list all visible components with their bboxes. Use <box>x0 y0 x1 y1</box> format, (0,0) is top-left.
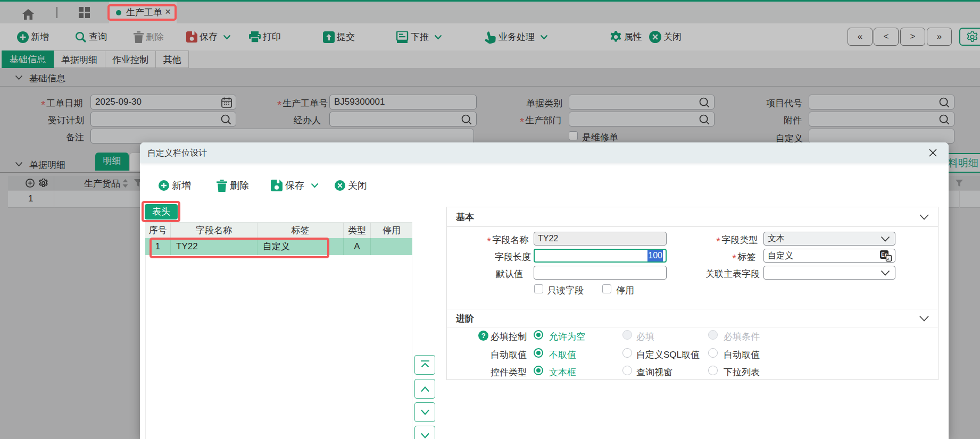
svg-text:z: z <box>887 256 889 261</box>
svg-text:?: ? <box>481 332 486 340</box>
